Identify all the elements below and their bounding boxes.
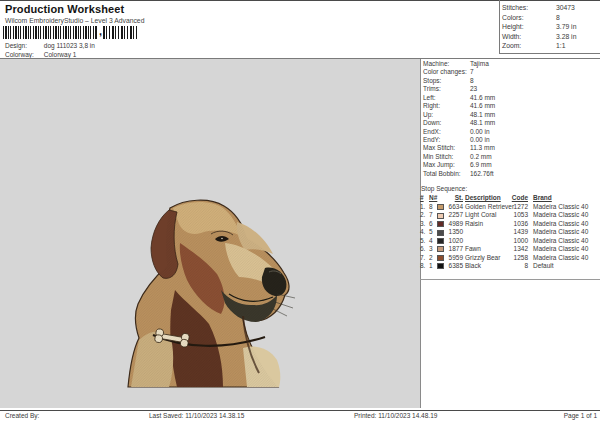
setting-label: Stops: — [423, 77, 470, 85]
needle-number: 7 — [429, 211, 433, 219]
design-canvas — [0, 59, 421, 408]
stop-sequence-row: 2. 7 2257 Light Coral 1053 Madeira Class… — [420, 211, 600, 219]
stop-sequence-row: 7. 2 5959 Grizzly Bear 1258 Madeira Clas… — [420, 254, 600, 262]
col-header-description: Description — [465, 194, 501, 201]
thread-color-swatch — [437, 246, 444, 252]
thread-brand: Madeira Classic 40 — [533, 245, 588, 253]
stop-sequence-row: 3. 6 4989 Raisin 1036 Madeira Classic 40 — [420, 220, 600, 228]
thread-number: 5959 — [445, 254, 463, 262]
settings-row: Down:48.1 mm — [423, 119, 495, 127]
barcode-bars-right — [103, 26, 139, 39]
summary-box-left-border — [499, 0, 500, 54]
thread-color-swatch — [437, 230, 444, 236]
setting-value: 48.1 mm — [470, 111, 495, 118]
setting-label: Machine: — [423, 60, 470, 68]
thread-color-swatch — [437, 221, 444, 227]
settings-row: Stitches:30473 — [502, 3, 576, 13]
thread-number: 4989 — [445, 220, 463, 228]
stop-sequence-row: 1. 8 6634 Golden Retriever 1272 Madeira … — [420, 203, 600, 211]
col-header-num: # — [420, 194, 424, 201]
barcode-separator: , — [99, 24, 102, 39]
settings-row: Trims:23 — [423, 85, 495, 93]
summary-stats: Stitches:30473 Colors:8 Height:3.79 in W… — [502, 3, 576, 51]
thread-brand: Madeira Classic 40 — [533, 203, 588, 211]
needle-number: 4 — [429, 237, 433, 245]
setting-value: 1:1 — [556, 42, 565, 49]
setting-label: Color changes: — [423, 68, 470, 76]
thread-number: 1877 — [445, 245, 463, 253]
stop-sequence-row: 5. 4 1020 1000 Madeira Classic 40 — [420, 237, 600, 245]
setting-label: Max Stitch: — [423, 144, 470, 152]
footer-last-saved: Last Saved: 11/10/2023 14.38.15 — [149, 412, 244, 419]
thread-color-swatch — [437, 263, 444, 269]
col-header-st: St. — [445, 194, 463, 201]
needle-number: 3 — [429, 245, 433, 253]
barcode-icon: , — [3, 26, 139, 39]
setting-label: Left: — [423, 94, 470, 102]
setting-value: Tajima — [470, 60, 489, 67]
needle-number: 5 — [429, 228, 433, 236]
footer-created-by: Created By: — [5, 412, 39, 419]
thread-brand: Default — [533, 262, 554, 270]
footer-printed: Printed: 11/10/2023 14.48.19 — [354, 412, 437, 419]
thread-code: 1000 — [508, 237, 528, 245]
thread-description: Golden Retriever — [465, 203, 514, 211]
production-worksheet-page: Production Worksheet Wilcom EmbroiderySt… — [0, 0, 600, 424]
thread-code: 1439 — [508, 228, 528, 236]
setting-label: Min Stitch: — [423, 153, 470, 161]
stop-number: 1. — [420, 203, 425, 211]
stop-number: 7. — [420, 254, 425, 262]
col-header-needle: N# — [429, 194, 437, 201]
settings-row: Color changes:7 — [423, 68, 495, 76]
setting-value: 8 — [556, 14, 560, 21]
setting-value: 23 — [470, 85, 477, 92]
needle-number: 6 — [429, 220, 433, 228]
setting-value: 0.00 in — [470, 136, 490, 143]
setting-label: EndX: — [423, 128, 470, 136]
settings-row: Width:3.28 in — [502, 32, 576, 42]
colorway-value: Colorway 1 — [44, 51, 77, 58]
setting-value: 0.00 in — [470, 128, 490, 135]
setting-value: 41.6 mm — [470, 102, 495, 109]
stop-number: 8. — [420, 262, 425, 270]
stop-sequence-row: 4. 5 1350 1439 Madeira Classic 40 — [420, 228, 600, 236]
stop-sequence-header: # N# St. Description Code Brand — [420, 194, 600, 202]
setting-label: Zoom: — [502, 41, 556, 51]
setting-label: Height: — [502, 22, 556, 32]
stop-sequence-row: 8. 1 6385 Black 8 Default — [420, 262, 600, 270]
needle-number: 2 — [429, 254, 433, 262]
setting-value: 7 — [470, 68, 474, 75]
thread-description: Raisin — [465, 220, 483, 228]
design-label: Design: — [5, 42, 42, 49]
thread-number: 1350 — [445, 228, 463, 236]
thread-description: Fawn — [465, 245, 481, 253]
thread-code: 1258 — [508, 254, 528, 262]
stop-number: 5. — [420, 237, 425, 245]
setting-label: Total Bobbin: — [423, 170, 470, 178]
thread-color-swatch — [437, 213, 444, 219]
stop-number: 4. — [420, 228, 425, 236]
setting-label: Width: — [502, 32, 556, 42]
settings-row: Stops:8 — [423, 77, 495, 85]
needle-number: 1 — [429, 262, 433, 270]
setting-value: 30473 — [556, 4, 575, 11]
stop-sequence-row: 6. 3 1877 Fawn 1342 Madeira Classic 40 — [420, 245, 600, 253]
thread-code: 8 — [508, 262, 528, 270]
thread-code: 1036 — [508, 220, 528, 228]
settings-row: Machine:Tajima — [423, 60, 495, 68]
needle-number: 8 — [429, 203, 433, 211]
setting-value: 48.1 mm — [470, 119, 495, 126]
thread-brand: Madeira Classic 40 — [533, 228, 588, 236]
colorway-row: Colorway: Colorway 1 — [5, 51, 76, 58]
settings-row: Zoom:1:1 — [502, 41, 576, 51]
thread-description: Grizzly Bear — [465, 254, 500, 262]
thread-number: 6385 — [445, 262, 463, 270]
settings-row: Up:48.1 mm — [423, 111, 495, 119]
thread-color-swatch — [437, 238, 444, 244]
thread-code: 1053 — [508, 211, 528, 219]
thread-color-swatch — [437, 255, 444, 261]
setting-value: 6.9 mm — [470, 161, 492, 168]
thread-color-swatch — [437, 204, 444, 210]
thread-number: 2257 — [445, 211, 463, 219]
thread-brand: Madeira Classic 40 — [533, 254, 588, 262]
